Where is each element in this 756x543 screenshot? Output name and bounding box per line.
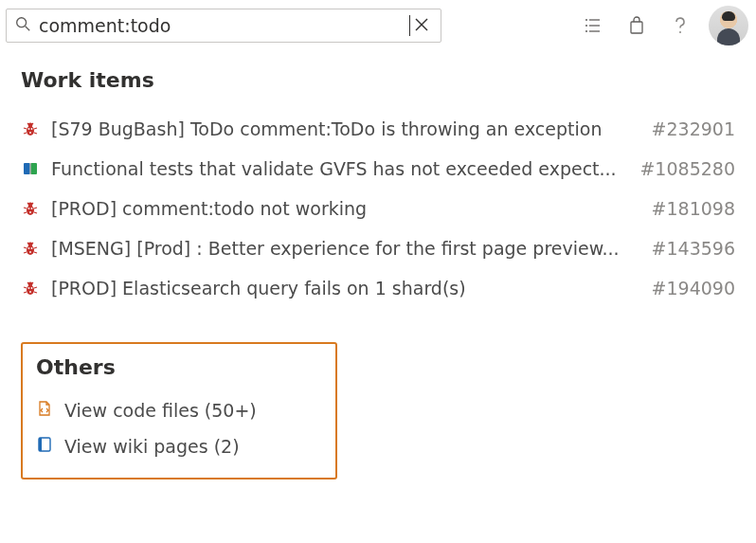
svg-point-47: [29, 251, 31, 253]
svg-point-11: [679, 31, 681, 33]
close-icon: [414, 17, 429, 32]
result-id: #232901: [652, 118, 735, 139]
wiki-icon: [36, 436, 53, 453]
result-type-icon: [21, 200, 40, 217]
svg-rect-10: [631, 22, 642, 33]
svg-line-1: [26, 27, 30, 31]
work-item-result[interactable]: Functional tests that validate GVFS has …: [21, 149, 735, 189]
bug-icon: [22, 120, 39, 137]
bug-icon: [22, 200, 39, 217]
svg-point-27: [28, 203, 33, 208]
svg-line-29: [34, 208, 37, 208]
work-item-result[interactable]: [MSENG] [Prod] : Better experience for t…: [21, 228, 735, 268]
work-item-result[interactable]: [S79 BugBash] ToDo comment:ToDo is throw…: [21, 109, 735, 149]
svg-point-9: [585, 30, 587, 32]
svg-point-26: [27, 206, 34, 215]
result-type-icon: [21, 120, 40, 137]
work-items-heading: Work items: [21, 68, 735, 92]
view-code-files-link[interactable]: View code files (50+): [36, 392, 322, 428]
svg-point-35: [31, 208, 33, 209]
svg-line-33: [32, 203, 34, 205]
svg-point-5: [585, 19, 587, 21]
svg-point-58: [29, 291, 31, 293]
svg-point-37: [27, 245, 34, 255]
result-title: [PROD] comment:todo not working: [51, 198, 635, 219]
svg-line-16: [24, 133, 27, 134]
svg-line-51: [34, 287, 37, 288]
search-icon: [14, 15, 31, 36]
svg-line-53: [34, 292, 37, 293]
help-icon: [670, 15, 691, 36]
search-results: Work items [S79 BugBash] ToDo comment:To…: [0, 51, 756, 480]
svg-point-13: [28, 123, 33, 128]
other-link-icon: [36, 436, 53, 457]
result-title: [MSENG] [Prod] : Better experience for t…: [51, 238, 635, 259]
bag-icon: [627, 16, 646, 35]
result-title: [S79 BugBash] ToDo comment:ToDo is throw…: [51, 118, 635, 139]
svg-line-17: [34, 133, 37, 134]
svg-line-18: [27, 123, 29, 125]
svg-line-39: [24, 247, 27, 248]
svg-line-31: [34, 212, 37, 213]
svg-line-14: [24, 128, 27, 129]
svg-line-30: [24, 212, 27, 213]
svg-line-40: [34, 247, 37, 248]
svg-rect-24: [31, 163, 38, 174]
other-link-icon: [36, 400, 53, 421]
result-id: #181098: [652, 198, 735, 219]
svg-line-32: [27, 203, 29, 205]
bug-icon: [22, 240, 39, 257]
result-type-icon: [21, 160, 40, 177]
svg-point-7: [585, 25, 587, 27]
svg-line-28: [24, 208, 27, 208]
list-view-button[interactable]: [572, 9, 614, 43]
top-bar: [0, 0, 756, 51]
svg-line-41: [24, 252, 27, 253]
clear-search-button[interactable]: [410, 13, 433, 39]
others-section: Others View code files (50+)View wiki pa…: [21, 342, 337, 480]
svg-line-44: [32, 243, 34, 244]
work-items-list: [S79 BugBash] ToDo comment:ToDo is throw…: [21, 109, 735, 308]
svg-point-38: [28, 243, 33, 247]
svg-point-21: [31, 128, 33, 130]
svg-line-19: [32, 123, 34, 125]
svg-point-20: [28, 128, 30, 130]
help-button[interactable]: [659, 9, 701, 43]
svg-line-50: [24, 287, 27, 288]
result-id: #143596: [652, 238, 735, 259]
search-box[interactable]: [6, 9, 441, 43]
svg-point-22: [29, 132, 31, 134]
search-input[interactable]: [31, 9, 409, 42]
result-type-icon: [21, 280, 40, 297]
other-link-label: View wiki pages (2): [64, 436, 240, 457]
svg-point-46: [31, 247, 33, 249]
svg-rect-25: [30, 163, 31, 174]
work-item-result[interactable]: [PROD] comment:todo not working#181098: [21, 189, 735, 228]
list-icon: [584, 16, 603, 35]
svg-rect-60: [39, 438, 42, 451]
svg-point-36: [29, 211, 31, 213]
others-list: View code files (50+)View wiki pages (2): [36, 392, 322, 464]
user-avatar[interactable]: [709, 6, 748, 45]
svg-point-34: [28, 208, 30, 209]
result-type-icon: [21, 240, 40, 257]
svg-line-52: [24, 292, 27, 293]
view-wiki-pages-link[interactable]: View wiki pages (2): [36, 428, 322, 464]
svg-point-48: [27, 285, 34, 295]
bug-icon: [22, 280, 39, 297]
svg-line-43: [27, 243, 29, 244]
shopping-bag-button[interactable]: [616, 9, 657, 43]
svg-line-15: [34, 128, 37, 129]
work-item-result[interactable]: [PROD] Elasticsearch query fails on 1 sh…: [21, 268, 735, 308]
others-heading: Others: [36, 355, 322, 379]
svg-line-55: [32, 282, 34, 284]
svg-point-45: [28, 247, 30, 249]
result-id: #1085280: [639, 158, 735, 179]
svg-line-42: [34, 252, 37, 253]
result-title: [PROD] Elasticsearch query fails on 1 sh…: [51, 278, 635, 299]
code-file-icon: [36, 400, 53, 417]
svg-point-12: [27, 126, 34, 136]
svg-point-49: [28, 282, 33, 287]
svg-point-0: [17, 18, 27, 27]
result-title: Functional tests that validate GVFS has …: [51, 158, 622, 179]
